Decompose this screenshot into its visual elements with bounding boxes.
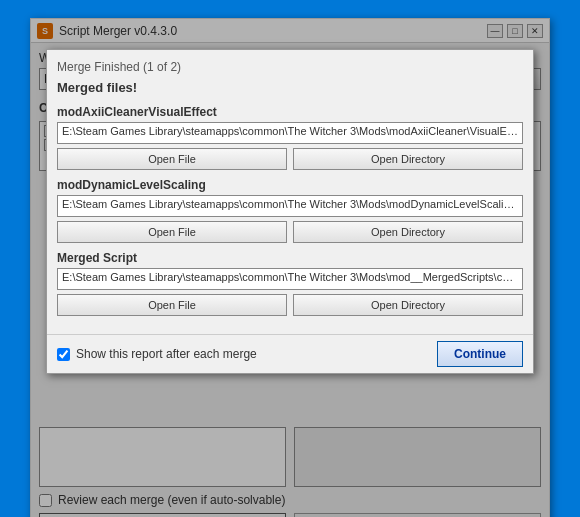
file-section-0: modAxiiCleanerVisualEffect E:\Steam Game…: [57, 105, 523, 170]
file-section-0-path: E:\Steam Games Library\steamapps\common\…: [57, 122, 523, 144]
open-dir-button-1[interactable]: Open Directory: [293, 221, 523, 243]
file-section-1-buttons: Open File Open Directory: [57, 221, 523, 243]
file-section-1-path: E:\Steam Games Library\steamapps\common\…: [57, 195, 523, 217]
main-window: S Script Merger v0.4.3.0 — □ ✕ Witcher 3…: [30, 18, 550, 517]
open-file-button-2[interactable]: Open File: [57, 294, 287, 316]
file-section-1: modDynamicLevelScaling E:\Steam Games Li…: [57, 178, 523, 243]
file-section-0-title: modAxiiCleanerVisualEffect: [57, 105, 523, 119]
merge-report-modal: Merge Finished (1 of 2) Merged files! mo…: [46, 49, 534, 374]
file-section-2-buttons: Open File Open Directory: [57, 294, 523, 316]
open-file-button-1[interactable]: Open File: [57, 221, 287, 243]
file-section-2-title: Merged Script: [57, 251, 523, 265]
show-report-label: Show this report after each merge: [76, 347, 257, 361]
modal-footer: Show this report after each merge Contin…: [47, 334, 533, 373]
show-report-checkbox[interactable]: [57, 348, 70, 361]
modal-content: Merge Finished (1 of 2) Merged files! mo…: [47, 50, 533, 334]
file-section-0-buttons: Open File Open Directory: [57, 148, 523, 170]
open-dir-button-0[interactable]: Open Directory: [293, 148, 523, 170]
file-section-2: Merged Script E:\Steam Games Library\ste…: [57, 251, 523, 316]
show-report-row: Show this report after each merge: [57, 347, 257, 361]
merge-status: Merge Finished (1 of 2): [57, 60, 523, 74]
open-dir-button-2[interactable]: Open Directory: [293, 294, 523, 316]
continue-button[interactable]: Continue: [437, 341, 523, 367]
file-section-1-title: modDynamicLevelScaling: [57, 178, 523, 192]
modal-overlay: Merge Finished (1 of 2) Merged files! mo…: [31, 19, 549, 517]
file-section-2-path: E:\Steam Games Library\steamapps\common\…: [57, 268, 523, 290]
merge-success: Merged files!: [57, 80, 523, 95]
open-file-button-0[interactable]: Open File: [57, 148, 287, 170]
